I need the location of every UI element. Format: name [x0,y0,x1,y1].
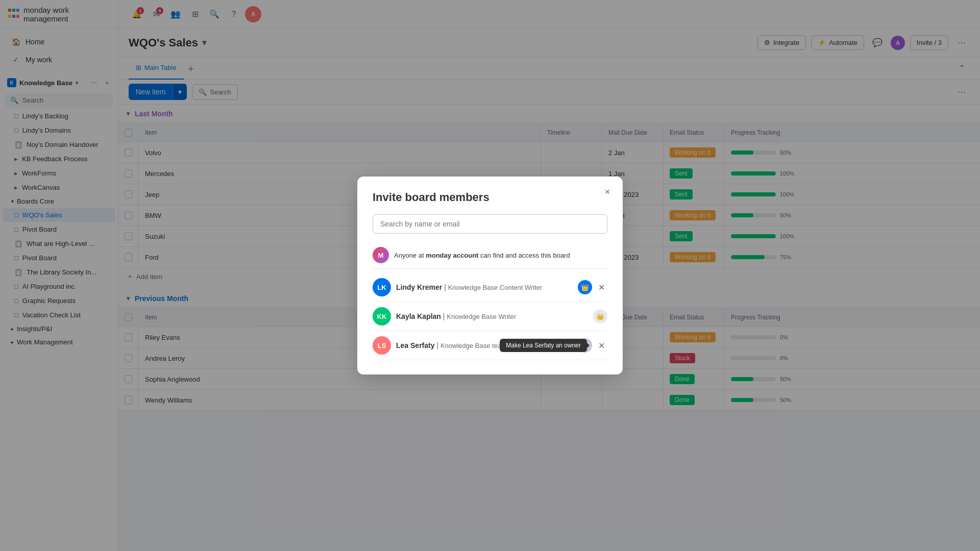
invite-search-input[interactable] [373,214,607,234]
remove-member-lea[interactable]: ✕ [595,339,607,352]
make-owner-button-kayla[interactable]: 👑 [593,309,607,323]
member-row-lindy: LK Lindy Kremer | Knowledge Base Content… [373,273,607,302]
invite-modal: Invite board members × M Anyone at monda… [357,177,623,374]
modal-info-text: Anyone at monday account can find and ac… [394,252,570,259]
member-row-lea: LS Lea Serfaty | Knowledge Base team lea… [373,331,607,360]
member-avatar-lindy: LK [373,278,391,296]
owner-button-lindy[interactable]: 👑 [578,280,592,294]
monday-info-icon: M [373,247,389,263]
modal-title: Invite board members [373,191,607,204]
member-avatar-lea: LS [373,336,391,355]
modal-info-row: M Anyone at monday account can find and … [373,242,607,269]
member-row-kayla: KK Kayla Kaplan | Knowledge Base Writer … [373,302,607,331]
member-avatar-kayla: KK [373,307,391,325]
make-owner-tooltip: Make Lea Serfaty an owner [500,339,587,352]
modal-overlay[interactable]: Invite board members × M Anyone at monda… [0,0,980,551]
modal-close-button[interactable]: × [600,185,615,199]
remove-member-lindy[interactable]: ✕ [595,281,607,293]
